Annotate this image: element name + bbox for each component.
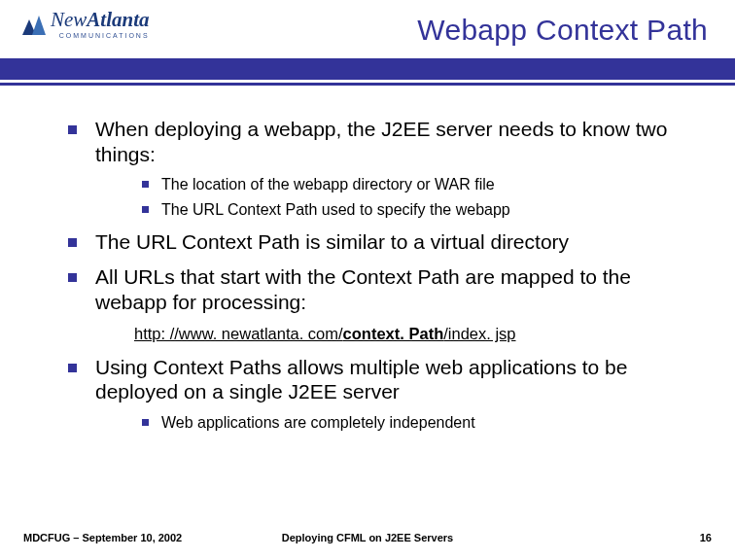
header-bar-thick	[0, 58, 735, 80]
logo-text: NewAtlanta COMMUNICATIONS	[51, 10, 150, 39]
bullet-3-text: All URLs that start with the Context Pat…	[95, 265, 631, 313]
logo: NewAtlanta COMMUNICATIONS	[21, 10, 150, 39]
logo-subtext: COMMUNICATIONS	[51, 32, 150, 39]
bullet-4-sub-1: Web applications are completely independ…	[134, 412, 698, 434]
logo-name-prefix: New	[51, 8, 87, 31]
url-context: context. Path	[343, 325, 444, 342]
header-bar-thin	[0, 83, 735, 86]
example-url: http: //www. newatlanta. com/context. Pa…	[134, 324, 698, 344]
bullet-4: Using Context Paths allows multiple web …	[56, 355, 698, 434]
url-prefix: http: //www. newatlanta. com/	[134, 325, 343, 342]
bullet-3: All URLs that start with the Context Pat…	[56, 264, 698, 314]
bullet-2: The URL Context Path is similar to a vir…	[56, 229, 698, 255]
bullet-1-text: When deploying a webapp, the J2EE server…	[95, 118, 667, 165]
bullet-1-sub-2: The URL Context Path used to specify the…	[134, 199, 698, 221]
slide-header: NewAtlanta COMMUNICATIONS Webapp Context…	[0, 0, 735, 91]
slide-title: Webapp Context Path	[417, 14, 708, 47]
bullet-1: When deploying a webapp, the J2EE server…	[56, 117, 698, 220]
bullet-4-text: Using Context Paths allows multiple web …	[95, 356, 627, 403]
logo-mark-icon	[21, 12, 47, 37]
slide-content: When deploying a webapp, the J2EE server…	[56, 117, 698, 442]
slide-number: 16	[700, 532, 712, 543]
footer-left: MDCFUG – September 10, 2002	[23, 532, 182, 543]
bullet-1-sub-1: The location of the webapp directory or …	[134, 174, 698, 195]
slide-footer: Deploying CFML on J2EE Servers MDCFUG – …	[0, 527, 735, 548]
logo-name-bold: Atlanta	[87, 8, 149, 31]
url-suffix: /index. jsp	[443, 325, 515, 342]
